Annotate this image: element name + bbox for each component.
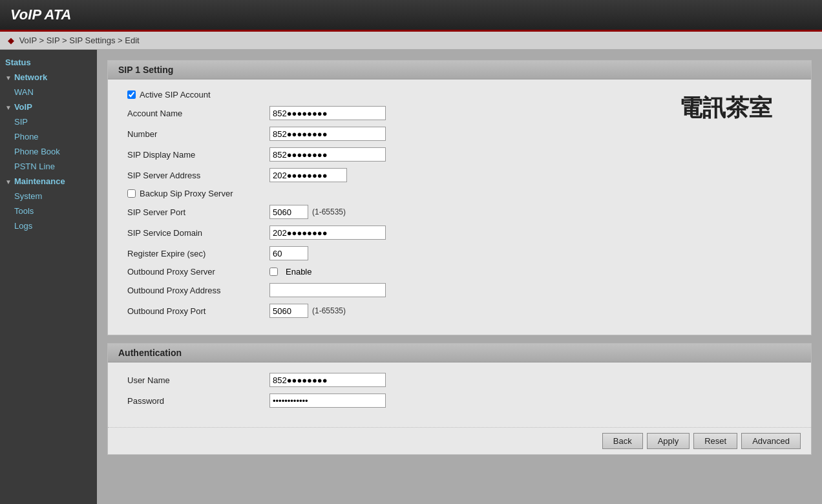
sip-service-domain-input[interactable] <box>269 226 386 240</box>
account-name-label: Account Name <box>127 109 269 118</box>
sip-display-name-input[interactable] <box>269 147 386 162</box>
outbound-proxy-address-input[interactable] <box>269 283 386 297</box>
authentication-body: User Name Password <box>108 362 811 425</box>
username-input[interactable] <box>269 373 386 387</box>
sip-server-address-input[interactable] <box>269 168 347 182</box>
password-input[interactable] <box>269 394 386 408</box>
backup-sip-proxy-row: Backup Sip Proxy Server <box>127 189 792 198</box>
outbound-proxy-address-label: Outbound Proxy Address <box>127 286 269 295</box>
register-expire-input[interactable] <box>269 246 308 260</box>
outbound-proxy-port-label: Outbound Proxy Port <box>127 306 269 316</box>
sidebar-item-system[interactable]: System <box>0 189 97 204</box>
app-header: VoIP ATA <box>0 0 822 32</box>
sip-server-port-label: SIP Server Port <box>127 207 269 217</box>
main-content: SIP 1 Setting 電訊茶室 Active SIP Account Ac… <box>97 50 822 504</box>
sidebar: Status ▼Network WAN ▼VoIP SIP Phone Phon… <box>0 50 97 504</box>
sip-setting-header: SIP 1 Setting <box>108 61 811 79</box>
sip-display-name-row: SIP Display Name <box>127 147 792 162</box>
sip-setting-section: SIP 1 Setting 電訊茶室 Active SIP Account Ac… <box>107 60 812 335</box>
outbound-proxy-server-row: Outbound Proxy Server Enable <box>127 267 792 277</box>
sidebar-item-phone[interactable]: Phone <box>0 129 97 144</box>
backup-sip-checkbox[interactable] <box>127 189 136 198</box>
active-sip-checkbox[interactable] <box>127 90 136 99</box>
app-title: VoIP ATA <box>10 6 812 23</box>
sidebar-item-voip[interactable]: ▼VoIP <box>0 100 97 114</box>
sip-server-address-row: SIP Server Address <box>127 168 792 182</box>
outbound-proxy-enable-checkbox[interactable] <box>269 268 278 276</box>
sip-server-address-label: SIP Server Address <box>127 171 269 180</box>
advanced-button[interactable]: Advanced <box>741 433 801 449</box>
number-input[interactable] <box>269 127 386 141</box>
sidebar-item-pstn[interactable]: PSTN Line <box>0 159 97 174</box>
active-sip-label: Active SIP Account <box>140 90 211 100</box>
register-expire-label: Register Expire (sec) <box>127 249 269 258</box>
sidebar-item-phonebook[interactable]: Phone Book <box>0 144 97 159</box>
outbound-proxy-port-hint: (1-65535) <box>312 306 346 315</box>
authentication-header: Authentication <box>108 344 811 362</box>
account-name-input[interactable] <box>269 106 386 120</box>
apply-button[interactable]: Apply <box>647 433 690 449</box>
sidebar-item-network[interactable]: ▼Network <box>0 70 97 85</box>
outbound-proxy-address-row: Outbound Proxy Address <box>127 283 792 297</box>
sip-server-port-hint: (1-65535) <box>312 207 346 216</box>
reset-button[interactable]: Reset <box>693 433 737 449</box>
active-sip-row: Active SIP Account <box>127 90 792 100</box>
authentication-section: Authentication User Name Password <box>107 343 812 455</box>
breadcrumb: ◆ VoIP > SIP > SIP Settings > Edit <box>0 32 822 50</box>
username-row: User Name <box>127 373 792 387</box>
sip-setting-body: 電訊茶室 Active SIP Account Account Name Num… <box>108 79 811 335</box>
username-label: User Name <box>127 375 269 385</box>
sidebar-item-maintenance[interactable]: ▼Maintenance <box>0 174 97 189</box>
password-label: Password <box>127 396 269 406</box>
outbound-proxy-port-input[interactable] <box>269 304 308 318</box>
account-name-row: Account Name <box>127 106 792 120</box>
buttons-row: Back Apply Reset Advanced <box>108 427 811 454</box>
sidebar-item-logs[interactable]: Logs <box>0 218 97 233</box>
number-row: Number <box>127 127 792 141</box>
backup-sip-label: Backup Sip Proxy Server <box>140 189 233 198</box>
password-row: Password <box>127 394 792 408</box>
sidebar-item-status[interactable]: Status <box>0 55 97 70</box>
sidebar-item-tools[interactable]: Tools <box>0 204 97 218</box>
sip-server-port-input[interactable] <box>269 205 308 219</box>
sidebar-item-wan[interactable]: WAN <box>0 85 97 100</box>
outbound-proxy-server-label: Outbound Proxy Server <box>127 267 269 277</box>
register-expire-row: Register Expire (sec) <box>127 246 792 260</box>
number-label: Number <box>127 129 269 139</box>
diamond-icon: ◆ <box>8 36 14 45</box>
sidebar-item-sip[interactable]: SIP <box>0 114 97 129</box>
outbound-enable-label: Enable <box>286 267 311 277</box>
sip-service-domain-label: SIP Service Domain <box>127 228 269 238</box>
sip-display-name-label: SIP Display Name <box>127 150 269 160</box>
breadcrumb-path: VoIP > SIP > SIP Settings > Edit <box>19 36 140 45</box>
back-button[interactable]: Back <box>602 433 643 449</box>
sip-server-port-row: SIP Server Port (1-65535) <box>127 205 792 219</box>
sip-service-domain-row: SIP Service Domain <box>127 226 792 240</box>
outbound-proxy-port-row: Outbound Proxy Port (1-65535) <box>127 304 792 318</box>
